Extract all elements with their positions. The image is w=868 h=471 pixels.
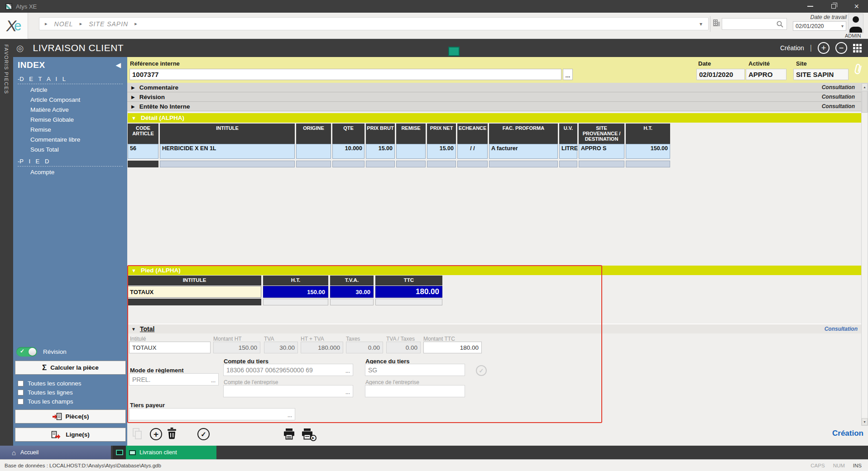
add-line-icon[interactable]: +: [150, 428, 162, 440]
print-export-icon[interactable]: ▶: [301, 428, 313, 440]
user-avatar[interactable]: [848, 14, 863, 33]
cell-total-ht[interactable]: 150.00: [263, 286, 328, 298]
sidebar-item-sous-total[interactable]: Sous Total: [13, 145, 127, 155]
section-row-entete[interactable]: ▶ Entête No Interne Consultation: [127, 102, 861, 111]
total-section-header[interactable]: ▼ Total Consultation: [128, 324, 861, 333]
add-icon[interactable]: +: [818, 42, 830, 54]
tva-field[interactable]: 30.00: [264, 342, 298, 353]
rail-tab-pieces[interactable]: PIECES: [4, 72, 9, 94]
breadcrumb-item-noel[interactable]: NOEL: [54, 20, 73, 28]
cell-echeance[interactable]: / /: [457, 144, 488, 159]
cell-total-ttc[interactable]: 180.00: [375, 286, 442, 298]
site-input[interactable]: SITE SAPIN: [793, 69, 849, 80]
tva-taxes-field[interactable]: 0.00: [386, 342, 421, 353]
cell-prix-brut[interactable]: 15.00: [366, 144, 395, 159]
site-building-icon[interactable]: [713, 19, 720, 29]
montant-ttc-field[interactable]: 180.00: [423, 342, 482, 353]
cell-prix-net[interactable]: 15.00: [427, 144, 456, 159]
vertical-scrollbar[interactable]: ▲ ▼: [861, 83, 868, 426]
sidebar-collapse-icon[interactable]: ◀: [115, 61, 121, 69]
validate-account-icon[interactable]: ✓: [476, 365, 487, 376]
compte-tiers-field[interactable]: 18306 00037 00629650000 69 ...: [223, 364, 353, 376]
taskbar-tab-accueil[interactable]: ⌂ Accueil: [0, 446, 111, 459]
section-row-revision[interactable]: ▶ Révision Consultation: [127, 92, 861, 102]
search-input[interactable]: [722, 18, 787, 30]
sidebar-item-article-composant[interactable]: Article Composant: [13, 95, 127, 105]
cell-remise[interactable]: [396, 144, 426, 159]
breadcrumb-dropdown-icon[interactable]: ▾: [700, 21, 703, 27]
scroll-down-icon[interactable]: ▼: [862, 418, 868, 425]
checkbox-all-fields[interactable]: Tous les champs: [13, 397, 127, 406]
pieces-button[interactable]: Pièce(s): [15, 409, 126, 423]
taskbar-tab-livraison-client[interactable]: Livraison client: [126, 446, 216, 459]
detail-section-header[interactable]: ▼ Détail (ALPHA): [128, 113, 861, 123]
checkbox-icon[interactable]: [18, 381, 24, 386]
cell-origine[interactable]: [296, 144, 331, 159]
sidebar-item-commentaire-libre[interactable]: Commentaire libre: [13, 135, 127, 145]
cell-total-tva[interactable]: 30.00: [330, 286, 374, 298]
cell-code-article[interactable]: 56: [128, 144, 158, 159]
checkbox-all-lines[interactable]: Toutes les lignes: [13, 388, 127, 397]
cell-site-provenance[interactable]: APPRO S: [579, 144, 624, 159]
validate-icon[interactable]: ✓: [197, 428, 210, 440]
checkbox-icon[interactable]: [18, 399, 24, 404]
compte-entreprise-field[interactable]: ...: [223, 385, 353, 397]
reference-lookup-button[interactable]: ...: [563, 69, 573, 80]
lookup-dots-icon[interactable]: ...: [211, 377, 216, 385]
eye-icon[interactable]: ◎: [16, 43, 24, 53]
agence-tiers-field[interactable]: SG: [365, 364, 465, 376]
cell-uv[interactable]: LITRE: [559, 144, 577, 159]
sidebar-item-matiere-active[interactable]: Matière Active: [13, 105, 127, 115]
calculate-piece-button[interactable]: Σ Calculer la pièce: [15, 361, 126, 375]
restore-icon[interactable]: [831, 4, 836, 9]
sidebar-item-acompte[interactable]: Acompte: [13, 167, 127, 177]
cell-qte[interactable]: 10.000: [332, 144, 364, 159]
sidebar-item-remise-globale[interactable]: Remise Globale: [13, 115, 127, 125]
rail-tab-favoris[interactable]: FAVORIS: [4, 44, 9, 70]
print-icon[interactable]: [283, 428, 295, 440]
agence-entreprise-field[interactable]: [365, 385, 465, 397]
lookup-dots-icon[interactable]: ...: [345, 368, 350, 376]
totals-row[interactable]: TOTAUX 150.00 30.00 180.00: [128, 286, 442, 298]
minimize-icon[interactable]: [807, 6, 813, 7]
date-input[interactable]: 02/01/2020: [696, 69, 745, 80]
scroll-up-icon[interactable]: ▲: [862, 83, 868, 90]
cell-intitule[interactable]: HERBICIDE X EN 1L: [160, 144, 295, 159]
trash-icon[interactable]: [167, 428, 177, 439]
montant-ht-field[interactable]: 150.00: [213, 342, 260, 353]
close-icon[interactable]: ×: [854, 2, 859, 10]
pied-section-header[interactable]: ▼ Pied (ALPHA): [128, 266, 861, 275]
intitule-field[interactable]: TOTAUX: [129, 342, 211, 353]
reference-input[interactable]: 1007377: [129, 69, 561, 80]
checkbox-all-columns[interactable]: Toutes les colonnes: [13, 379, 127, 388]
column-header: INTITULE: [128, 276, 261, 285]
lignes-button[interactable]: Ligne(s): [15, 428, 126, 442]
pied-empty-row[interactable]: [128, 299, 442, 305]
tiers-payeur-field[interactable]: ...: [129, 408, 295, 420]
apps-grid-icon[interactable]: [853, 44, 862, 52]
table-row[interactable]: 56 HERBICIDE X EN 1L 10.000 15.00 15.00 …: [128, 144, 670, 159]
taxes-field[interactable]: 0.00: [346, 342, 383, 353]
revision-toggle[interactable]: ✓: [16, 347, 37, 357]
ht-tva-field[interactable]: 180.000: [301, 342, 343, 353]
sidebar-item-remise[interactable]: Remise: [13, 125, 127, 135]
cell-totaux-label[interactable]: TOTAUX: [128, 286, 261, 298]
lookup-dots-icon[interactable]: ...: [345, 389, 350, 397]
taskbar-app-icon[interactable]: [113, 446, 126, 459]
work-date-dropdown-icon[interactable]: ▾: [841, 24, 844, 29]
breadcrumb-item-site-sapin[interactable]: SITE SAPIN: [89, 20, 128, 28]
remove-icon[interactable]: −: [835, 42, 847, 54]
mode-reglement-field[interactable]: PREL. ...: [129, 373, 219, 385]
checkbox-icon[interactable]: [18, 390, 24, 395]
sidebar-item-article[interactable]: Article: [13, 85, 127, 95]
site-label: Site: [796, 60, 807, 67]
breadcrumb[interactable]: ▸ NOEL ▸ SITE SAPIN ▸ ▾: [39, 17, 709, 30]
activity-input[interactable]: APPRO: [746, 69, 786, 80]
lookup-dots-icon[interactable]: ...: [288, 412, 292, 420]
cell-fac-proforma[interactable]: A facturer: [489, 144, 558, 159]
work-date-input[interactable]: 02/01/2020 ▾: [793, 21, 846, 31]
section-row-commentaire[interactable]: ▶ Commentaire Consultation: [127, 83, 861, 92]
table-empty-row[interactable]: [128, 161, 670, 167]
cell-ht[interactable]: 150.00: [626, 144, 670, 159]
scrollbar-thumb[interactable]: [862, 91, 868, 113]
